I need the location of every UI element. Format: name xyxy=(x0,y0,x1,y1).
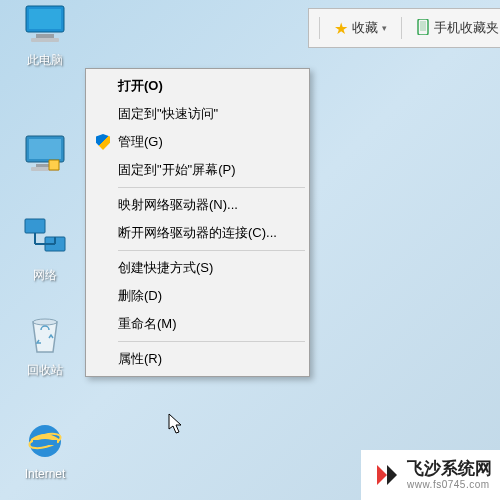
svg-rect-3 xyxy=(31,38,59,42)
toolbar-separator xyxy=(401,17,402,39)
browser-toolbar-fragment: ★ 收藏 ▾ 手机收藏夹 xyxy=(308,8,500,48)
desktop-icon-label: 回收站 xyxy=(10,362,80,379)
menu-item-manage[interactable]: 管理(G) xyxy=(88,128,307,156)
menu-separator xyxy=(118,341,305,342)
favorites-button[interactable]: ★ 收藏 ▾ xyxy=(334,19,387,38)
desktop-icon-folder[interactable] xyxy=(10,130,80,182)
dropdown-icon: ▾ xyxy=(382,23,387,33)
menu-item-disconnect-network-drive[interactable]: 断开网络驱动器的连接(C)... xyxy=(88,219,307,247)
menu-item-create-shortcut[interactable]: 创建快捷方式(S) xyxy=(88,254,307,282)
menu-label: 管理(G) xyxy=(118,133,163,151)
star-icon: ★ xyxy=(334,19,348,38)
menu-label: 映射网络驱动器(N)... xyxy=(118,196,238,214)
svg-point-13 xyxy=(33,319,57,325)
menu-label: 打开(O) xyxy=(118,77,163,95)
menu-item-delete[interactable]: 删除(D) xyxy=(88,282,307,310)
watermark-logo-icon xyxy=(373,461,401,489)
favorites-label: 收藏 xyxy=(352,19,378,37)
mobile-favorites-label: 手机收藏夹 xyxy=(434,19,499,37)
menu-label: 删除(D) xyxy=(118,287,162,305)
watermark-brand: 飞沙系统网 xyxy=(407,460,492,479)
menu-label: 固定到"快速访问" xyxy=(118,105,218,123)
menu-label: 创建快捷方式(S) xyxy=(118,259,213,277)
internet-explorer-icon xyxy=(21,415,69,463)
desktop-icon-label: 网络 xyxy=(10,267,80,284)
svg-rect-1 xyxy=(29,9,61,29)
svg-rect-18 xyxy=(420,21,426,31)
menu-item-pin-quick-access[interactable]: 固定到"快速访问" xyxy=(88,100,307,128)
recycle-bin-icon xyxy=(21,310,69,358)
menu-item-open[interactable]: 打开(O) xyxy=(88,72,307,100)
uac-shield-icon xyxy=(94,133,112,151)
mobile-favorites-button[interactable]: 手机收藏夹 xyxy=(416,19,499,38)
watermark: 飞沙系统网 www.fs0745.com xyxy=(361,450,500,500)
folder-icon xyxy=(21,130,69,178)
toolbar-separator xyxy=(319,17,320,39)
desktop-icon-label: 此电脑 xyxy=(10,52,80,69)
svg-rect-5 xyxy=(29,139,61,159)
svg-rect-16 xyxy=(33,440,57,445)
desktop-icon-this-pc[interactable]: 此电脑 xyxy=(10,0,80,69)
menu-label: 属性(R) xyxy=(118,350,162,368)
desktop: 此电脑 网络 xyxy=(0,0,500,500)
this-pc-icon xyxy=(21,0,69,48)
menu-label: 固定到"开始"屏幕(P) xyxy=(118,161,236,179)
desktop-icon-internet-explorer[interactable]: Internet xyxy=(10,415,80,481)
mouse-cursor-icon xyxy=(168,413,186,438)
watermark-url: www.fs0745.com xyxy=(407,479,492,490)
context-menu: 打开(O) 固定到"快速访问" 管理(G) 固定到"开始"屏幕(P) 映射网络驱… xyxy=(85,68,310,377)
menu-item-pin-start[interactable]: 固定到"开始"屏幕(P) xyxy=(88,156,307,184)
desktop-icon-label: Internet xyxy=(10,467,80,481)
menu-separator xyxy=(118,250,305,251)
network-icon xyxy=(21,215,69,263)
menu-label: 断开网络驱动器的连接(C)... xyxy=(118,224,277,242)
svg-rect-2 xyxy=(36,34,54,38)
menu-item-rename[interactable]: 重命名(M) xyxy=(88,310,307,338)
phone-icon xyxy=(416,19,430,38)
menu-item-map-network-drive[interactable]: 映射网络驱动器(N)... xyxy=(88,191,307,219)
desktop-icon-recycle-bin[interactable]: 回收站 xyxy=(10,310,80,379)
menu-separator xyxy=(118,187,305,188)
menu-item-properties[interactable]: 属性(R) xyxy=(88,345,307,373)
svg-rect-8 xyxy=(25,219,45,233)
menu-label: 重命名(M) xyxy=(118,315,177,333)
desktop-icon-network[interactable]: 网络 xyxy=(10,215,80,284)
